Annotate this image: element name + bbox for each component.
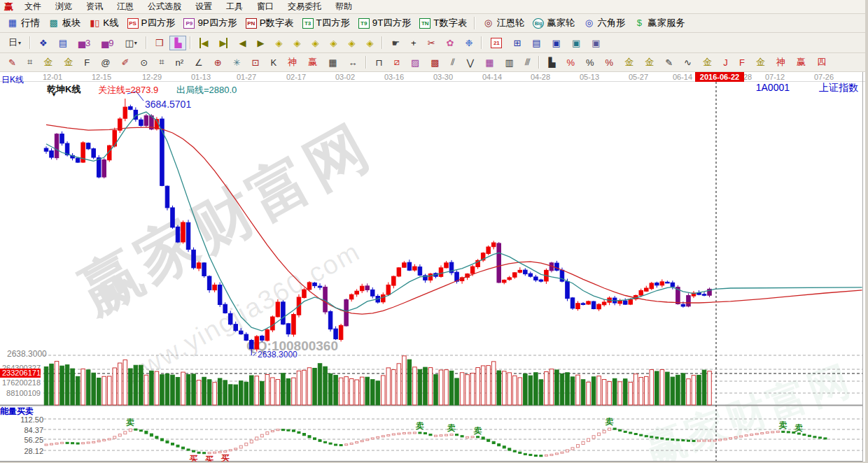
calendar-icon[interactable]: 21 — [486, 36, 507, 50]
n2-icon[interactable]: n² — [171, 55, 189, 70]
grid-tool-icon[interactable]: ⌗ — [154, 55, 169, 70]
gann-grid-icon[interactable]: ⌗ — [22, 55, 37, 70]
menu-item-news[interactable]: 资讯 — [79, 1, 110, 13]
save-sync-icon[interactable]: ▣ — [567, 36, 585, 50]
save-export-icon[interactable]: ▣ — [587, 36, 605, 50]
compress-horizontal-icon[interactable]: ◈ — [325, 36, 342, 50]
menu-item-file[interactable]: 文件 — [18, 1, 48, 13]
menu-item-formula-picker[interactable]: 公式选股 — [141, 1, 188, 13]
crosshair-icon[interactable]: + — [406, 36, 421, 50]
notepad-icon[interactable]: ▤ — [527, 36, 545, 50]
candle-type-button[interactable]: ◫▾ — [120, 36, 141, 50]
menu-item-help[interactable]: 帮助 — [328, 1, 359, 13]
highlighted-date-label[interactable]: 2016-06-22 — [695, 72, 744, 82]
box-grid-icon[interactable]: ▩ — [426, 55, 444, 70]
levels-icon[interactable]: ▙ — [543, 55, 560, 70]
menu-item-tools[interactable]: 工具 — [219, 1, 250, 13]
shen-grid-icon[interactable]: 神 — [283, 55, 302, 70]
box-lines-icon[interactable]: ▨ — [406, 55, 424, 70]
expand-all-icon[interactable]: ◈ — [361, 36, 378, 50]
color-bars-icon[interactable]: ▙ — [169, 36, 186, 50]
feature-t-digit-table[interactable]: TNT数字表 — [415, 15, 471, 31]
four-line-icon[interactable]: 四 — [812, 55, 831, 70]
width-icon[interactable]: ↔ — [343, 55, 362, 70]
feature-quotes[interactable]: ▦行情 — [3, 15, 44, 31]
globe-icon[interactable]: ❉ — [460, 36, 477, 50]
angle-icon[interactable]: ∠ — [190, 55, 208, 70]
pencil-lines-icon[interactable]: ⫽ — [445, 55, 460, 70]
star-grid-icon[interactable]: ✳ — [228, 55, 246, 70]
expand-horizontal-icon[interactable]: ◈ — [307, 36, 323, 50]
feature-9p-square[interactable]: P99P四方形 — [179, 15, 241, 31]
k-mark-icon[interactable]: K — [265, 55, 281, 70]
brush-icon[interactable]: ✎ — [4, 55, 21, 70]
j-angle-icon[interactable]: J — [718, 55, 733, 70]
feature-winner-service[interactable]: $赢家服务 — [629, 15, 689, 31]
gold2-angle-icon[interactable]: 金 — [751, 55, 770, 70]
dense-grid-icon[interactable]: ▦ — [480, 55, 498, 70]
calculator-icon[interactable]: ⊞ — [508, 36, 526, 50]
percent-strike-icon[interactable]: % — [561, 55, 580, 70]
kline-type-dropdown-icon[interactable]: ▼ — [51, 92, 57, 98]
spiral-icon[interactable]: @ — [96, 55, 115, 70]
feature-gann-wheel[interactable]: ◎江恩轮 — [478, 15, 528, 31]
gold-circle-icon[interactable]: 金 — [620, 55, 638, 70]
gold-line-icon[interactable]: 金 — [640, 55, 659, 70]
gold-grid2-icon[interactable]: 金 — [59, 55, 78, 70]
grid123-icon[interactable]: ▦ — [323, 55, 342, 70]
shen-line-icon[interactable]: 神 — [771, 55, 790, 70]
box-target-icon[interactable]: ⊡ — [247, 55, 265, 70]
pattern-window-icon[interactable]: ❖ — [34, 36, 52, 50]
wave-icon[interactable]: ∿ — [679, 55, 696, 70]
feature-winner-wheel[interactable]: Big赢家轮 — [528, 15, 579, 31]
feature-kline[interactable]: ▮▯K线 — [85, 15, 122, 31]
target-icon[interactable]: ⊕ — [209, 55, 227, 70]
f-grid-icon[interactable]: F — [79, 55, 94, 70]
feature-t-square[interactable]: T3T四方形 — [298, 15, 354, 31]
feature-p-square[interactable]: PSP四方形 — [123, 15, 180, 31]
info-list-icon[interactable]: ▤ — [54, 36, 72, 50]
scissors-icon[interactable]: ✂ — [423, 36, 440, 50]
gold-grid-icon[interactable]: 金 — [38, 55, 57, 70]
percent-icon[interactable]: % — [581, 55, 599, 70]
bars3-icon[interactable]: ▅3 — [74, 36, 95, 50]
channel-icon-glyph: ⊓ — [375, 57, 382, 68]
zigzag-icon[interactable]: ⋁ — [461, 55, 479, 70]
menu-item-settings[interactable]: 设置 — [188, 1, 219, 13]
fan-lines-icon[interactable]: ⧄ — [389, 55, 405, 70]
ribbon-icon[interactable]: ✿ — [442, 36, 459, 50]
feature-sectors[interactable]: ▩板块 — [44, 15, 85, 31]
gold-angle-icon[interactable]: 金 — [698, 55, 717, 70]
next-page-icon[interactable]: ▶ — [252, 36, 269, 50]
menu-item-trade-entrust[interactable]: 交易委托 — [281, 1, 328, 13]
win-line-icon[interactable]: 赢 — [792, 55, 811, 70]
pen-candle-icon[interactable]: ✎ — [660, 55, 678, 70]
save-icon[interactable]: ▣ — [547, 36, 566, 50]
chart-area[interactable]: 赢家财富网www.yingjia360.com赢家财富网QQ:100800360… — [0, 72, 868, 463]
circle-tool-icon[interactable]: ⊙ — [135, 55, 153, 70]
period-label[interactable]: 日K线 — [1, 74, 24, 86]
shift-right-icon[interactable]: ◈ — [288, 36, 305, 50]
menu-item-gann[interactable]: 江恩 — [110, 1, 141, 13]
first-page-icon[interactable]: ◀ — [195, 36, 213, 50]
last-page-icon[interactable]: ▶ — [214, 36, 232, 50]
channel-icon[interactable]: ⊓ — [370, 55, 387, 70]
prev-page-icon[interactable]: ◀ — [234, 36, 251, 50]
shift-left-icon[interactable]: ◈ — [270, 36, 287, 50]
slash-lines-icon[interactable]: ⫻ — [520, 55, 536, 70]
pen-tool-icon[interactable]: ✐ — [116, 55, 134, 70]
bar-grid-icon[interactable]: ▥ — [500, 55, 518, 70]
pan-hand-icon[interactable]: ☛ — [386, 36, 405, 50]
win-grid-icon[interactable]: 赢 — [303, 55, 322, 70]
bars9-icon[interactable]: ▅9 — [97, 36, 118, 50]
expand-vertical-icon[interactable]: ◈ — [343, 36, 360, 50]
f-angle-icon[interactable]: F — [734, 55, 750, 70]
pattern-box-icon[interactable]: ❒ — [150, 36, 169, 50]
feature-9t-square[interactable]: T99T四方形 — [354, 15, 416, 31]
feature-p-digit-table[interactable]: PNP数字表 — [241, 15, 298, 31]
menu-item-window[interactable]: 窗口 — [250, 1, 281, 13]
menu-item-browse[interactable]: 浏览 — [48, 1, 79, 13]
percent-line-icon[interactable]: % — [601, 55, 619, 70]
kline-period-button[interactable]: 日▾ — [4, 36, 26, 50]
feature-hexagon[interactable]: ◎六角形 — [579, 15, 629, 31]
